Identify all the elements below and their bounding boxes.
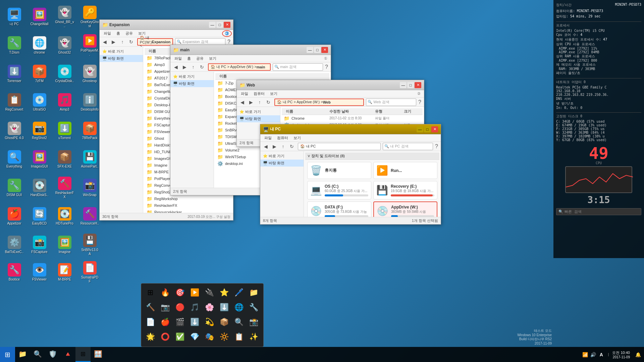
- mypc-maximize-btn[interactable]: □: [424, 126, 431, 132]
- web-window-titlebar[interactable]: 📁 Web — □ ✕: [237, 80, 424, 90]
- main-maximize-btn[interactable]: □: [314, 47, 321, 53]
- ql-icon-12[interactable]: 🌸: [203, 301, 216, 314]
- ql-icon-18[interactable]: 🎬: [173, 316, 186, 328]
- mypc-menu-view[interactable]: 보기: [291, 134, 304, 142]
- icon-mbrpe[interactable]: 📝 M-BRPE: [54, 260, 75, 285]
- expansion-sidebar-desktop[interactable]: 🖥️ 바탕 화면: [100, 55, 143, 62]
- icon-winsnap[interactable]: 📸 WinSnap: [79, 174, 101, 201]
- icon-tdism[interactable]: 🔧 T.Dism: [3, 32, 25, 59]
- web-back-btn[interactable]: ◀: [238, 99, 246, 106]
- web-minimize-btn[interactable]: —: [400, 82, 407, 88]
- icon-ghost32[interactable]: 👻 Ghost32: [54, 32, 75, 59]
- mypc-close-btn[interactable]: ✕: [431, 126, 438, 132]
- web-forward-btn[interactable]: ▶: [247, 99, 255, 106]
- taskbar-icon-window[interactable]: 🪟: [91, 347, 106, 362]
- icon-resourceh[interactable]: 🔨 ResourceH..: [79, 203, 101, 230]
- ql-icon-11[interactable]: 🎵: [188, 301, 201, 314]
- expansion-sidebar-quickaccess[interactable]: ⭐ 바로 가기: [100, 48, 143, 55]
- exp-item-reshackerfx[interactable]: 📁ResHackerFX: [145, 202, 232, 209]
- ql-icon-15[interactable]: 🔧: [247, 301, 260, 314]
- icon-harddisks[interactable]: 💽 HardDiskS..: [29, 174, 50, 201]
- ql-icon-5[interactable]: ⭐: [218, 286, 230, 299]
- exp-item-regworkshop[interactable]: 📁RegWorkshop: [145, 195, 232, 202]
- expansion-menu-home[interactable]: 홈: [114, 30, 123, 37]
- icon-fsviewer[interactable]: 👁️ FSViewer: [29, 260, 50, 285]
- main-close-btn[interactable]: ✕: [321, 47, 328, 53]
- web-help-btn[interactable]: ?: [417, 99, 423, 105]
- icon-crystaldisk[interactable]: 💿 CrystalDisk..: [54, 60, 75, 87]
- icon-imagexgui[interactable]: 🖼️ ImagexGUI: [29, 146, 50, 173]
- main-refresh-btn[interactable]: ↻: [198, 63, 206, 71]
- ql-icon-2[interactable]: 🎯: [173, 286, 186, 299]
- ql-icon-4[interactable]: 🔌: [203, 286, 216, 299]
- expansion-forward-btn[interactable]: ▶: [110, 38, 118, 46]
- icon-torrenser[interactable]: ⬇️ Torrenser: [3, 60, 25, 87]
- web-menu-view[interactable]: 보기: [267, 90, 280, 98]
- tray-icon-notification[interactable]: 🔔: [635, 351, 641, 358]
- mypc-refresh-btn[interactable]: ↻: [288, 143, 296, 150]
- web-searchbar[interactable]: 🔍 Web 검색: [366, 99, 416, 106]
- mypc-up-btn[interactable]: ↑: [279, 143, 287, 150]
- exp-item-resourcehacker[interactable]: 📁ResourceHacker: [145, 209, 232, 213]
- expansion-close-btn[interactable]: ✕: [224, 22, 230, 28]
- icon-aomeipart[interactable]: 💾 AomeiPart..: [79, 146, 101, 173]
- main-back-btn[interactable]: ◀: [172, 63, 180, 71]
- icon-fscapture[interactable]: 📸 FSCapture: [29, 231, 50, 258]
- ql-icon-22[interactable]: 🔍: [232, 316, 245, 328]
- main-window-titlebar[interactable]: 📁 main — □ ✕: [170, 45, 331, 55]
- mypc-back-btn[interactable]: ◀: [262, 143, 270, 150]
- icon-appetizer[interactable]: 🍎 Appetizer: [3, 203, 25, 230]
- quick-search-label[interactable]: 빠른 검색: [565, 209, 582, 214]
- main-menu-share[interactable]: 공유: [194, 55, 206, 62]
- icon-imagine[interactable]: 🖼️ Imagine: [54, 231, 75, 258]
- icon-bootice[interactable]: 🔧 Bootice: [3, 260, 25, 285]
- main-sidebar-desktop[interactable]: 🖥️ 바탕 화면: [170, 80, 214, 87]
- main-up-btn[interactable]: ↑: [189, 63, 197, 71]
- web-up-btn[interactable]: ↑: [256, 99, 264, 106]
- ql-icon-6[interactable]: 🖊️: [232, 286, 245, 299]
- mypc-menu-computer[interactable]: 컴퓨터: [274, 134, 291, 142]
- web-close-btn[interactable]: ✕: [415, 82, 421, 88]
- web-maximize-btn[interactable]: □: [407, 82, 414, 88]
- mypc-help-btn[interactable]: ?: [434, 143, 439, 149]
- web-sidebar-desktop[interactable]: 🖥️ 바탕 화면: [237, 115, 280, 122]
- icon-dismgui[interactable]: 🔧 DISM GUI: [3, 174, 25, 201]
- ql-icon-8[interactable]: 🔨: [144, 301, 157, 314]
- mypc-sidebar-quickaccess[interactable]: ⭐ 바로 가기: [260, 153, 304, 160]
- ql-icon-10[interactable]: 🔴: [173, 301, 186, 314]
- icon-ghostpe[interactable]: 👻 GhostPE 4.0: [3, 117, 25, 144]
- expansion-help-btn[interactable]: ?: [226, 39, 232, 45]
- main-help-btn[interactable]: ?: [324, 64, 329, 70]
- mypc-minimize-btn[interactable]: —: [417, 126, 423, 132]
- ql-icon-20[interactable]: 💫: [203, 316, 216, 328]
- ql-icon-28[interactable]: 🎭: [203, 330, 216, 343]
- mypc-drive-f[interactable]: 💿 DATA (F:) 305GB 중 73.8GB 사용 가능: [307, 201, 371, 217]
- main-menu-view[interactable]: 보기: [206, 55, 219, 62]
- icon-snbrv13[interactable]: 💾 SnBRv13.0A: [79, 231, 101, 258]
- web-refresh-btn[interactable]: ↻: [264, 99, 272, 106]
- expansion-maximize-btn[interactable]: □: [216, 22, 223, 28]
- web-menu-computer[interactable]: 컴퓨터: [251, 90, 267, 98]
- icon-battoeexec[interactable]: ⚙️ BatToExeC..: [3, 231, 25, 258]
- icon-utorrent[interactable]: ⬇️ uTorrent: [54, 117, 75, 144]
- expansion-refresh-btn[interactable]: ↻: [127, 38, 135, 46]
- mypc-sidebar-desktop[interactable]: 🖥️ 바탕 화면: [260, 160, 304, 167]
- main-menu-home[interactable]: 홈: [184, 55, 194, 62]
- expansion-menu-share[interactable]: 공유: [123, 30, 136, 37]
- mypc-drive-c[interactable]: 💻 OS (C:) 60.0GB 중 25.3GB 사용 가...: [307, 181, 371, 199]
- icon-everything[interactable]: 🔍 Everything: [3, 146, 25, 173]
- ql-icon-0[interactable]: ⊞: [144, 286, 157, 299]
- icon-hdtunepro[interactable]: 💽 HDTunePro: [54, 203, 75, 230]
- icon-onekeyghost[interactable]: 🔑 OneKeyGhost: [79, 3, 101, 30]
- expansion-window-titlebar[interactable]: 📁 Expansion — □ ✕: [100, 20, 233, 30]
- taskbar-icon-explorer[interactable]: 📁: [15, 347, 30, 362]
- mypc-menu-file[interactable]: 파일: [262, 134, 274, 142]
- taskbar-icon-shield[interactable]: 🛡️: [45, 347, 60, 362]
- main-forward-btn[interactable]: ▶: [180, 63, 189, 71]
- ql-icon-9[interactable]: 📷: [159, 301, 171, 314]
- ql-icon-19[interactable]: ⬇️: [188, 316, 201, 328]
- ql-icon-21[interactable]: 📦: [218, 316, 230, 328]
- icon-sumatrapdf[interactable]: 📄 SumatraPDF: [79, 260, 101, 285]
- icon-chrome[interactable]: 🌐 chrome: [29, 32, 50, 59]
- ql-icon-31[interactable]: ✨: [247, 330, 260, 343]
